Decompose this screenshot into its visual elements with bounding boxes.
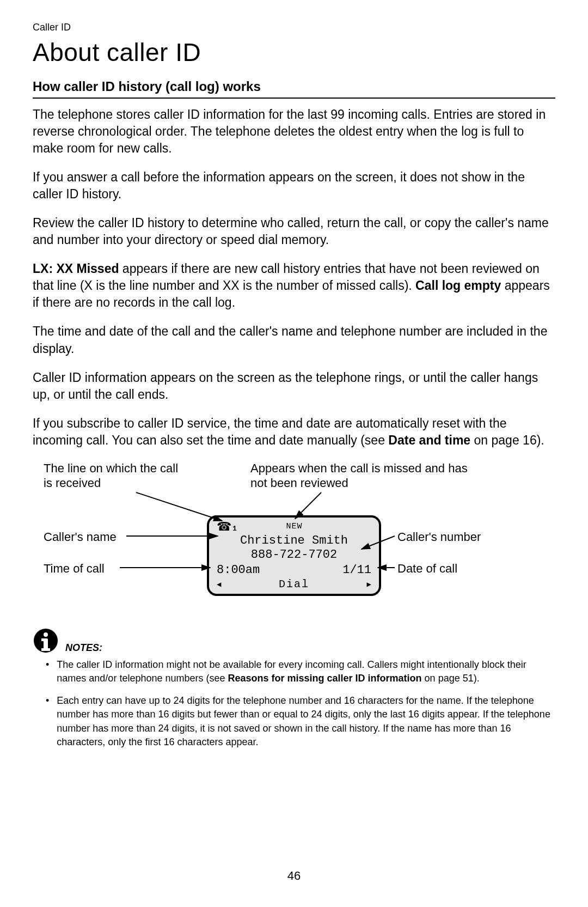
svg-rect-9 [41,638,46,641]
paragraph-4: LX: XX Missed appears if there are new c… [33,260,555,311]
left-arrow-icon: ◀ [217,580,221,589]
notes-section: NOTES: • The caller ID information might… [33,628,555,749]
label-date-of-call: Date of call [397,561,457,576]
note1-b: on page 51). [422,673,480,684]
page-title: About caller ID [33,38,555,67]
lcd-date: 1/11 [342,563,371,577]
label-time-of-call: Time of call [44,561,105,576]
svg-line-0 [136,492,222,521]
phone-line-icon: ☎1 [217,521,237,533]
p7-end: on page 16). [470,433,544,447]
svg-rect-10 [41,648,50,651]
paragraph-1: The telephone stores caller ID informati… [33,106,555,157]
paragraph-3: Review the caller ID history to determin… [33,215,555,248]
note-item-1: • The caller ID information might not be… [46,658,555,685]
new-badge: NEW [286,522,302,531]
lcd-time: 8:00am [217,563,260,577]
p4-bold-2: Call log empty [415,278,501,293]
label-caller-name: Caller's name [44,529,117,545]
section-heading: How caller ID history (call log) works [33,79,555,99]
label-new-indicator: Appears when the call is missed and has … [250,461,485,491]
paragraph-5: The time and date of the call and the ca… [33,323,555,357]
label-caller-number: Caller's number [397,529,481,545]
info-icon [33,628,59,654]
p4-bold-1: LX: XX Missed [33,261,119,276]
bullet-icon: • [46,694,49,749]
page-number: 46 [0,869,588,883]
svg-line-1 [295,492,321,519]
lcd-caller-name: Christine Smith [209,534,379,547]
line-number: 1 [232,525,237,533]
notes-heading: NOTES: [65,642,102,654]
svg-point-7 [44,632,48,637]
note1-bold: Reasons for missing caller ID informatio… [228,673,422,684]
p7-bold: Date and time [388,433,470,447]
lcd-screen: ☎1 NEW Christine Smith 888-722-7702 8:00… [207,515,381,596]
right-arrow-icon: ▶ [367,580,371,589]
paragraph-2: If you answer a call before the informat… [33,169,555,203]
lcd-softkey: Dial [221,578,366,591]
breadcrumb: Caller ID [33,22,555,33]
lcd-caller-number: 888-722-7702 [209,548,379,562]
note-item-2: • Each entry can have up to 24 digits fo… [46,694,555,749]
paragraph-6: Caller ID information appears on the scr… [33,369,555,403]
paragraph-7: If you subscribe to caller ID service, t… [33,415,555,449]
label-line-received: The line on which the call is received [44,461,185,491]
caller-id-diagram: The line on which the call is received A… [33,461,555,613]
note2-text: Each entry can have up to 24 digits for … [57,694,555,749]
bullet-icon: • [46,658,49,685]
